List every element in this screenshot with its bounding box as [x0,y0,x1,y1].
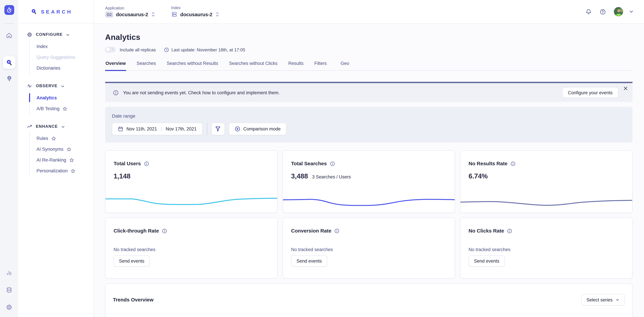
rail-home-button[interactable] [3,29,16,42]
send-events-button[interactable]: Send events [468,256,505,267]
tab-geo[interactable]: Geo [340,60,350,70]
app-logo-tile[interactable] [4,5,14,15]
select-series-button[interactable]: Select series [581,294,625,306]
pulse-icon [27,83,32,89]
send-events-button[interactable]: Send events [114,256,150,267]
section-header-enhance[interactable]: ENHANCE [18,121,94,132]
date-range-panel: Date range Nov 11th, 2021 | Nov 17th, 20… [105,107,632,142]
info-icon[interactable] [334,228,340,233]
chevron-down-icon[interactable] [629,9,634,14]
info-icon [113,90,119,96]
calendar-icon [118,126,124,132]
lightbulb-bolt-icon [6,74,13,82]
star-icon[interactable] [51,136,56,141]
sidebar-item-ab-testing[interactable]: A/B Testing [30,103,94,114]
analytics-dashboard: SEARCH CONFIGURE Index Query Suggestions… [0,0,644,317]
bar-chart-icon [6,269,12,276]
filter-button[interactable] [211,123,225,135]
clock-icon [164,47,169,52]
tab-searches-without-results[interactable]: Searches without Results [166,60,218,70]
info-icon[interactable] [144,161,149,166]
chevron-down-icon [615,298,620,302]
sidebar-item-personalization[interactable]: Personalization [30,165,94,176]
sidebar-item-ai-re-ranking[interactable]: AI Re-Ranking [30,154,94,165]
send-events-button[interactable]: Send events [291,256,327,267]
date-range-label: Date range [112,113,626,118]
configure-events-button[interactable]: Configure your events [562,87,618,98]
empty-note: No tracked searches [106,234,277,252]
card-value: 3,488 [291,172,308,180]
events-banner: You are not sending events yet. Check ho… [105,82,632,102]
sidebar-item-dictionaries[interactable]: Dictionaries [30,62,94,73]
help-icon[interactable] [600,8,606,15]
info-icon[interactable] [510,161,516,166]
chevron-down-icon [66,32,70,37]
avatar[interactable] [614,7,624,16]
tab-overview[interactable]: Overview [105,60,126,70]
info-icon[interactable] [162,228,167,233]
bell-icon[interactable] [585,8,592,15]
banner-message: You are not sending events yet. Check ho… [123,90,280,95]
application-badge: D2 [105,11,113,18]
product-logo[interactable]: SEARCH [18,0,94,23]
card-title: No Clicks Rate [468,228,504,234]
icon-rail [0,0,18,317]
rail-search-button[interactable] [3,56,16,69]
chevron-down-icon [60,84,65,88]
close-icon[interactable] [623,86,628,91]
date-range-picker[interactable]: Nov 11th, 2021 | Nov 17th, 2021 [112,123,202,135]
sidebar-section-enhance: ENHANCE Rules AI Synonyms AI Re-Ranking … [18,121,94,178]
sidebar-item-ai-synonyms[interactable]: AI Synonyms [30,144,94,154]
card-title: Click-through Rate [114,228,159,234]
funnel-icon [215,126,221,132]
card-title: No Results Rate [468,160,508,166]
content: Analytics ✕ Include all replicas Last up… [94,33,644,317]
trends-title: Trends Overview [113,297,154,302]
tab-searches[interactable]: Searches [136,60,156,70]
tab-results[interactable]: Results [288,60,304,70]
application-select[interactable]: D2 docusaurus-2 [105,11,156,18]
sidebar-item-rules[interactable]: Rules [30,133,94,144]
empty-note: No tracked searches [460,234,632,252]
card-value: 1,148 [114,172,130,180]
info-icon[interactable] [507,228,512,233]
section-header-configure[interactable]: CONFIGURE [18,30,94,40]
tab-filters[interactable]: Filters [314,60,327,70]
sidebar-item-query-suggestions[interactable]: Query Suggestions [30,52,94,62]
index-selector: Index docusaurus-2 [171,6,220,18]
sidebar-item-index[interactable]: Index [30,41,94,52]
include-replicas-toggle[interactable]: ✕ [105,47,116,52]
card-value: 6.74% [468,172,488,180]
database-icon [6,286,12,293]
index-select[interactable]: docusaurus-2 [171,11,220,18]
home-icon [6,32,12,39]
trends-overview-card: Trends Overview Select series [105,284,632,317]
rail-divider [4,23,14,24]
rail-settings-button[interactable] [3,301,16,314]
info-icon[interactable] [330,161,335,166]
star-icon[interactable] [66,147,71,152]
section-label: ENHANCE [36,124,58,129]
star-icon[interactable] [71,168,76,173]
no-results-rate-sparkline [460,195,632,208]
rail-data-button[interactable] [3,284,16,296]
rail-monitoring-button[interactable] [3,266,16,279]
toggle-label: Include all replicas [120,47,156,52]
vertical-divider [207,123,207,135]
rail-bottom-group [3,266,16,314]
star-icon[interactable] [69,158,74,162]
gear-icon [6,304,12,310]
application-label: Application [105,6,156,10]
sidebar-item-analytics[interactable]: Analytics [30,92,94,103]
tab-searches-without-clicks[interactable]: Searches without Clicks [229,60,278,70]
search-icon [5,59,13,66]
total-searches-card: Total Searches 3,488 3 Searches / Users [282,150,455,213]
rail-recommend-button[interactable] [3,72,16,84]
star-icon[interactable] [62,106,67,111]
empty-note: No tracked searches [283,234,455,252]
trend-up-icon [27,124,32,129]
section-header-observe[interactable]: OBSERVE [18,81,94,91]
date-start: Nov 11th, 2021 [126,126,157,132]
sorter-icon [151,12,156,17]
comparison-mode-button[interactable]: Comparison mode [229,123,286,135]
